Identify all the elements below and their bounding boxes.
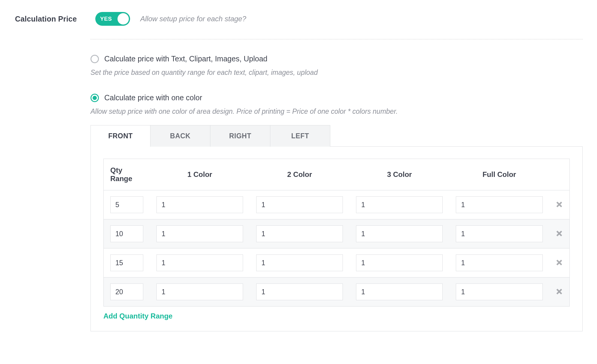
option-one-color-label: Calculate price with one color <box>104 93 202 102</box>
col-3-color: 3 Color <box>349 159 449 190</box>
pricing-panel: Qty Range 1 Color 2 Color 3 Color Full C… <box>91 146 583 331</box>
option-text-clipart-label: Calculate price with Text, Clipart, Imag… <box>104 54 267 63</box>
option-text-clipart-radio[interactable]: Calculate price with Text, Clipart, Imag… <box>91 54 583 63</box>
tab-left[interactable]: LEFT <box>270 125 330 147</box>
qty-input[interactable] <box>110 283 143 300</box>
price-3color-input[interactable] <box>356 196 443 213</box>
price-fullcolor-input[interactable] <box>456 283 542 300</box>
toggle-knob-icon <box>117 13 129 25</box>
option-text-clipart-hint: Set the price based on quantity range fo… <box>91 69 583 77</box>
table-row <box>104 219 570 248</box>
price-1color-input[interactable] <box>156 196 243 213</box>
table-row <box>104 277 570 307</box>
price-fullcolor-input[interactable] <box>456 196 542 213</box>
radio-unchecked-icon <box>91 55 99 63</box>
qty-input[interactable] <box>110 254 143 271</box>
price-2color-input[interactable] <box>256 196 343 213</box>
tab-right[interactable]: RIGHT <box>210 125 270 147</box>
price-3color-input[interactable] <box>356 283 443 300</box>
section-title: Calculation Price <box>15 15 89 23</box>
price-1color-input[interactable] <box>156 254 243 271</box>
add-quantity-range-link[interactable]: Add Quantity Range <box>103 312 173 320</box>
toggle-help-text: Allow setup price for each stage? <box>140 15 246 23</box>
price-3color-input[interactable] <box>356 225 443 242</box>
col-delete <box>549 159 570 190</box>
tab-back[interactable]: BACK <box>150 125 210 147</box>
allow-setup-price-toggle[interactable]: YES <box>95 12 130 26</box>
delete-row-icon[interactable] <box>557 231 562 236</box>
radio-checked-icon <box>91 94 99 102</box>
price-2color-input[interactable] <box>256 254 343 271</box>
price-1color-input[interactable] <box>156 283 243 300</box>
price-fullcolor-input[interactable] <box>456 225 542 242</box>
qty-input[interactable] <box>110 196 143 213</box>
tab-front[interactable]: FRONT <box>91 125 150 147</box>
delete-row-icon[interactable] <box>557 289 562 294</box>
price-1color-input[interactable] <box>156 225 243 242</box>
price-fullcolor-input[interactable] <box>456 254 542 271</box>
table-row <box>104 248 570 277</box>
delete-row-icon[interactable] <box>557 202 562 207</box>
col-qty-range: Qty Range <box>104 159 150 190</box>
col-full-color: Full Color <box>449 159 549 190</box>
option-one-color-radio[interactable]: Calculate price with one color <box>91 93 583 102</box>
qty-input[interactable] <box>110 225 143 242</box>
divider <box>91 39 583 40</box>
col-2-color: 2 Color <box>250 159 349 190</box>
toggle-state-label: YES <box>100 16 112 22</box>
col-1-color: 1 Color <box>150 159 250 190</box>
price-2color-input[interactable] <box>256 283 343 300</box>
table-row <box>104 190 570 219</box>
price-2color-input[interactable] <box>256 225 343 242</box>
side-tabs: FRONT BACK RIGHT LEFT <box>91 125 583 147</box>
option-one-color-hint: Allow setup price with one color of area… <box>91 107 583 116</box>
delete-row-icon[interactable] <box>557 260 562 265</box>
pricing-table: Qty Range 1 Color 2 Color 3 Color Full C… <box>103 159 570 307</box>
price-3color-input[interactable] <box>356 254 443 271</box>
